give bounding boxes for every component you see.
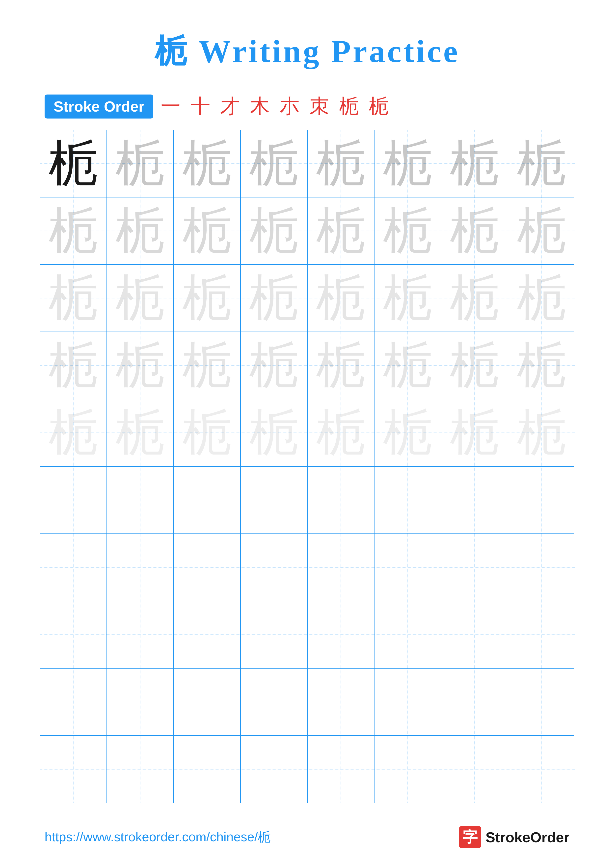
practice-char: 栀 xyxy=(383,273,432,323)
logo-text: StrokeOrder xyxy=(486,829,569,845)
practice-char: 栀 xyxy=(115,273,165,323)
grid-cell[interactable] xyxy=(375,668,441,735)
grid-cell[interactable]: 栀 xyxy=(40,399,107,466)
practice-char: 栀 xyxy=(182,139,232,188)
grid-cell[interactable]: 栀 xyxy=(241,197,308,264)
grid-cell[interactable] xyxy=(174,668,241,735)
grid-cell[interactable]: 栀 xyxy=(40,265,107,332)
grid-cell[interactable]: 栀 xyxy=(375,197,441,264)
grid-cell[interactable]: 栀 xyxy=(40,197,107,264)
grid-cell[interactable]: 栀 xyxy=(308,265,375,332)
stroke-order-section: Stroke Order 一 十 才 木 朩 朿 栀 栀 xyxy=(45,93,569,120)
practice-char: 栀 xyxy=(316,139,365,188)
grid-cell[interactable] xyxy=(241,668,308,735)
grid-cell[interactable] xyxy=(308,601,375,668)
grid-cell[interactable]: 栀 xyxy=(107,332,174,399)
grid-cell[interactable] xyxy=(308,534,375,601)
grid-cell[interactable]: 栀 xyxy=(508,399,575,466)
practice-char: 栀 xyxy=(48,273,98,323)
grid-cell[interactable] xyxy=(107,534,174,601)
grid-cell[interactable] xyxy=(174,467,241,533)
grid-cell[interactable]: 栀 xyxy=(508,265,575,332)
grid-cell[interactable] xyxy=(241,534,308,601)
grid-cell[interactable]: 栀 xyxy=(40,332,107,399)
practice-char: 栀 xyxy=(450,139,499,188)
grid-cell[interactable]: 栀 xyxy=(508,130,575,197)
grid-cell[interactable] xyxy=(508,534,575,601)
practice-char: 栀 xyxy=(182,341,232,390)
grid-cell[interactable] xyxy=(174,736,241,803)
grid-cell[interactable]: 栀 xyxy=(241,265,308,332)
grid-cell[interactable]: 栀 xyxy=(40,130,107,197)
footer-url[interactable]: https://www.strokeorder.com/chinese/栀 xyxy=(45,828,271,846)
grid-cell[interactable]: 栀 xyxy=(174,197,241,264)
stroke-8: 栀 xyxy=(369,93,389,120)
grid-cell[interactable] xyxy=(107,736,174,803)
practice-char: 栀 xyxy=(517,273,566,323)
grid-cell[interactable]: 栀 xyxy=(241,399,308,466)
grid-cell[interactable]: 栀 xyxy=(308,399,375,466)
grid-cell[interactable]: 栀 xyxy=(107,399,174,466)
grid-cell[interactable] xyxy=(375,534,441,601)
grid-cell[interactable] xyxy=(375,601,441,668)
grid-cell[interactable]: 栀 xyxy=(241,332,308,399)
grid-cell[interactable]: 栀 xyxy=(508,197,575,264)
practice-char: 栀 xyxy=(517,408,566,457)
grid-cell[interactable] xyxy=(508,601,575,668)
practice-char: 栀 xyxy=(115,206,165,256)
grid-cell[interactable]: 栀 xyxy=(375,130,441,197)
grid-cell[interactable]: 栀 xyxy=(308,130,375,197)
grid-cell[interactable]: 栀 xyxy=(441,332,508,399)
grid-cell[interactable] xyxy=(308,668,375,735)
grid-cell[interactable]: 栀 xyxy=(441,265,508,332)
grid-cell[interactable]: 栀 xyxy=(107,265,174,332)
grid-cell[interactable] xyxy=(107,668,174,735)
grid-cell[interactable] xyxy=(308,736,375,803)
grid-cell[interactable]: 栀 xyxy=(441,399,508,466)
grid-cell[interactable]: 栀 xyxy=(308,197,375,264)
grid-cell[interactable]: 栀 xyxy=(508,332,575,399)
grid-cell[interactable] xyxy=(308,467,375,533)
grid-cell[interactable] xyxy=(107,601,174,668)
grid-cell[interactable] xyxy=(241,601,308,668)
grid-cell[interactable] xyxy=(174,534,241,601)
grid-cell[interactable] xyxy=(508,668,575,735)
grid-cell[interactable]: 栀 xyxy=(107,130,174,197)
grid-cell[interactable] xyxy=(40,668,107,735)
grid-cell[interactable] xyxy=(107,467,174,533)
grid-cell[interactable]: 栀 xyxy=(174,399,241,466)
grid-cell[interactable] xyxy=(174,601,241,668)
practice-char: 栀 xyxy=(48,408,98,457)
practice-char: 栀 xyxy=(383,408,432,457)
grid-cell[interactable] xyxy=(241,736,308,803)
grid-cell[interactable]: 栀 xyxy=(308,332,375,399)
grid-cell[interactable]: 栀 xyxy=(107,197,174,264)
stroke-2: 十 xyxy=(190,93,210,120)
grid-cell[interactable] xyxy=(508,736,575,803)
grid-cell[interactable]: 栀 xyxy=(375,399,441,466)
grid-cell[interactable] xyxy=(375,736,441,803)
grid-cell[interactable]: 栀 xyxy=(174,332,241,399)
grid-cell[interactable]: 栀 xyxy=(174,130,241,197)
grid-cell[interactable]: 栀 xyxy=(375,332,441,399)
grid-cell[interactable] xyxy=(375,467,441,533)
grid-cell[interactable]: 栀 xyxy=(441,197,508,264)
grid-cell[interactable] xyxy=(40,601,107,668)
grid-cell[interactable] xyxy=(40,534,107,601)
stroke-7: 栀 xyxy=(339,93,359,120)
grid-cell[interactable]: 栀 xyxy=(241,130,308,197)
grid-cell[interactable]: 栀 xyxy=(441,130,508,197)
grid-cell[interactable] xyxy=(441,736,508,803)
grid-cell[interactable] xyxy=(441,467,508,533)
grid-cell[interactable] xyxy=(40,467,107,533)
grid-cell[interactable] xyxy=(441,534,508,601)
grid-cell[interactable] xyxy=(441,601,508,668)
grid-cell[interactable] xyxy=(40,736,107,803)
grid-cell[interactable] xyxy=(441,668,508,735)
grid-cell[interactable] xyxy=(508,467,575,533)
grid-cell[interactable]: 栀 xyxy=(174,265,241,332)
grid-cell[interactable] xyxy=(241,467,308,533)
practice-char: 栀 xyxy=(517,206,566,256)
grid-cell[interactable]: 栀 xyxy=(375,265,441,332)
practice-char: 栀 xyxy=(316,273,365,323)
